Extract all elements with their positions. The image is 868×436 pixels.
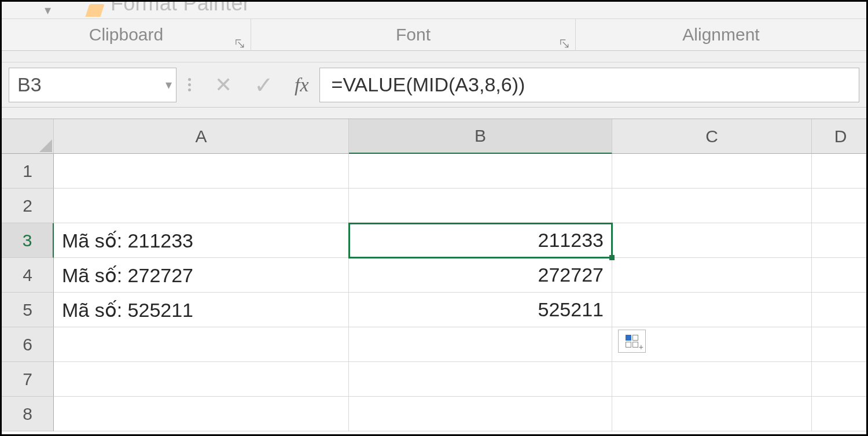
ribbon-group-label: Alignment — [682, 25, 759, 44]
row-header-2[interactable]: 2 — [2, 189, 54, 223]
cell-D8[interactable] — [812, 397, 868, 431]
cell-B8[interactable] — [349, 397, 612, 431]
row-header-6[interactable]: 6 — [2, 327, 54, 362]
chevron-down-icon[interactable]: ▾ — [45, 4, 51, 17]
cell-A4[interactable]: Mã số: 272727 — [54, 258, 349, 293]
row-header-1[interactable]: 1 — [2, 154, 54, 189]
autofill-options-icon[interactable]: + — [618, 330, 646, 353]
cell-A1[interactable] — [54, 154, 349, 189]
cancel-icon[interactable]: ✕ — [203, 73, 244, 97]
cell-C2[interactable] — [612, 189, 812, 223]
cell-B1[interactable] — [349, 154, 612, 189]
ribbon-group-label: Font — [396, 25, 431, 44]
name-box-input[interactable] — [9, 68, 176, 102]
format-painter-icon[interactable] — [85, 4, 104, 17]
row-header-3[interactable]: 3 — [2, 223, 54, 258]
dialog-launcher-icon[interactable] — [559, 33, 569, 43]
cell-A3[interactable]: Mã số: 211233 — [54, 223, 349, 258]
dialog-launcher-icon[interactable] — [234, 33, 245, 43]
row-header-8[interactable]: 8 — [2, 397, 54, 431]
ribbon-group-clipboard: Clipboard — [2, 25, 251, 45]
cell-C7[interactable] — [612, 362, 812, 397]
cell-C4[interactable] — [612, 258, 812, 293]
cell-A5[interactable]: Mã số: 525211 — [54, 293, 349, 327]
cell-B4[interactable]: 272727 — [349, 258, 612, 293]
cell-B3[interactable]: 211233 — [349, 223, 612, 258]
cell-D1[interactable] — [812, 154, 868, 189]
cell-A8[interactable] — [54, 397, 349, 431]
cell-D6[interactable] — [812, 327, 868, 362]
cell-B2[interactable] — [349, 189, 612, 223]
spacer — [2, 51, 866, 62]
ribbon-group-font: Font — [251, 25, 575, 45]
cell-A6[interactable] — [54, 327, 349, 362]
cell-B6[interactable] — [349, 327, 612, 362]
ribbon-group-alignment: Alignment — [576, 25, 866, 45]
row-header-4[interactable]: 4 — [2, 258, 54, 293]
spacer — [2, 108, 866, 119]
select-all-cell[interactable] — [2, 119, 54, 154]
cell-D3[interactable] — [812, 223, 868, 258]
check-icon[interactable]: ✓ — [244, 72, 284, 98]
select-all-triangle-icon — [39, 139, 52, 152]
spreadsheet-grid[interactable]: A B C D 1 2 3 Mã số: 211233 211233 4 Mã … — [2, 119, 866, 431]
cell-D2[interactable] — [812, 189, 868, 223]
cell-B7[interactable] — [349, 362, 612, 397]
ribbon-top-row: ▾ Format Painter — [2, 2, 866, 19]
cell-C8[interactable] — [612, 397, 812, 431]
cell-A2[interactable] — [54, 189, 349, 223]
cell-C5[interactable] — [612, 293, 812, 327]
col-header-B[interactable]: B — [349, 119, 612, 154]
row-header-7[interactable]: 7 — [2, 362, 54, 397]
cell-D5[interactable] — [812, 293, 868, 327]
formula-bar: ▾ ✕ ✓ fx — [2, 62, 866, 108]
cell-C1[interactable] — [612, 154, 812, 189]
cell-C3[interactable] — [612, 223, 812, 258]
col-header-A[interactable]: A — [54, 119, 349, 154]
cell-B5[interactable]: 525211 — [349, 293, 612, 327]
fx-label[interactable]: fx — [295, 74, 309, 96]
cell-C6[interactable]: + — [612, 327, 812, 362]
ribbon-group-label: Clipboard — [89, 25, 163, 44]
row-header-5[interactable]: 5 — [2, 293, 54, 327]
formula-input[interactable] — [319, 68, 859, 102]
ribbon-groups: Clipboard Font Alignment — [2, 19, 866, 51]
cell-A7[interactable] — [54, 362, 349, 397]
cell-D4[interactable] — [812, 258, 868, 293]
col-header-D[interactable]: D — [812, 119, 868, 154]
drag-handle-icon[interactable] — [187, 78, 192, 91]
cell-D7[interactable] — [812, 362, 868, 397]
col-header-C[interactable]: C — [612, 119, 812, 154]
